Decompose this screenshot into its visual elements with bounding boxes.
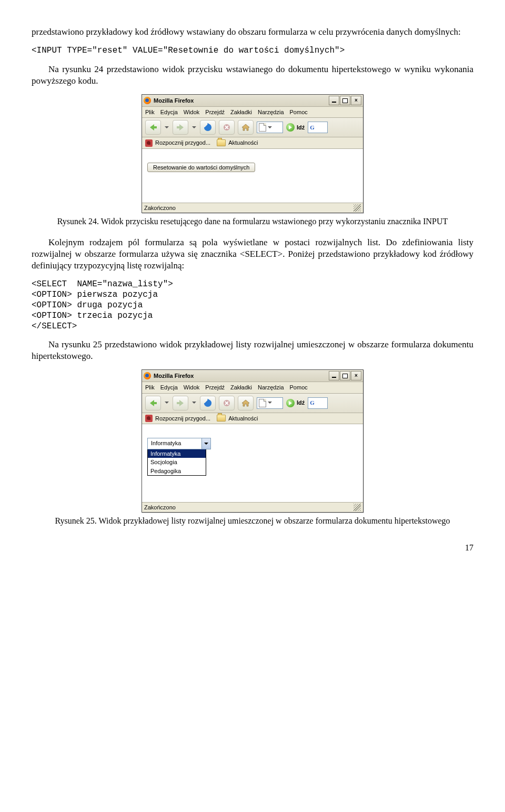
back-arrow-icon [149,399,157,407]
search-box[interactable]: G [308,122,328,133]
firefox-logo-icon [144,372,151,379]
menu-item-edycja[interactable]: Edycja [160,108,178,116]
select-option[interactable]: Socjologia [148,458,206,466]
figure-24-caption: Rysunek 24. Widok przycisku resetującego… [32,216,473,227]
select-option[interactable]: Pedagogika [148,467,206,475]
forward-history-dropdown[interactable] [191,121,197,134]
menu-item-widok[interactable]: Widok [184,108,200,116]
forward-button[interactable] [173,120,188,135]
window-titlebar: Mozilla Firefox × [142,95,363,107]
resize-grip-icon[interactable] [354,204,361,212]
window-title: Mozilla Firefox [154,372,194,379]
forward-history-dropdown[interactable] [191,396,197,410]
window-maximize-button[interactable] [340,96,350,105]
forward-button[interactable] [173,396,188,410]
folder-icon [217,139,226,146]
back-history-dropdown[interactable] [164,396,169,410]
bookmark-rozpocznij[interactable]: Rozpocznij przygod... [145,139,210,146]
bookmarks-toolbar: Rozpocznij przygod... Aktualności [142,137,363,148]
mozilla-icon [145,415,153,422]
select-listbox[interactable]: Informatyka Socjologia Pedagogika [147,449,206,476]
reload-button[interactable] [200,396,216,410]
paragraph: Na rysunku 25 przedstawiono widok przykł… [32,339,473,362]
figure-24: Mozilla Firefox × Plik Edycja Widok Prze… [32,94,473,213]
back-button[interactable] [145,396,161,410]
folder-icon [217,415,226,422]
paragraph: Na rysunku 24 przedstawiono widok przyci… [32,64,473,87]
menu-item-plik[interactable]: Plik [145,384,155,391]
address-dropdown-icon[interactable] [268,400,272,406]
go-icon [286,123,295,132]
menu-item-widok[interactable]: Widok [184,384,200,391]
window-maximize-button[interactable] [340,371,350,380]
bookmark-rozpocznij[interactable]: Rozpocznij przygod... [145,415,210,422]
menu-bar: Plik Edycja Widok Przejdź Zakładki Narzę… [142,107,363,118]
google-g-icon: G [310,399,315,406]
google-g-icon: G [310,124,315,131]
menu-item-narzedzia[interactable]: Narzędzia [258,384,284,391]
forward-arrow-icon [176,124,185,131]
window-close-button[interactable]: × [351,371,361,380]
window-titlebar: Mozilla Firefox × [142,370,363,382]
page-viewport: Resetowanie do wartości domyślnych [142,149,363,203]
status-text: Zakończono [144,504,176,511]
home-button[interactable] [238,120,254,135]
back-arrow-icon [149,124,157,131]
bookmarks-toolbar: Rozpocznij przygod... Aktualności [142,413,363,424]
status-bar: Zakończono [142,203,363,213]
menu-item-przejdz[interactable]: Przejdź [205,108,225,116]
window-minimize-button[interactable] [329,96,339,105]
back-button[interactable] [145,120,161,135]
code-sample: <SELECT NAME="nazwa_listy"> <OPTION> pie… [32,279,473,332]
bookmark-aktualnosci[interactable]: Aktualności [217,415,258,422]
figure-25: Mozilla Firefox × Plik Edycja Widok Prze… [32,369,473,513]
window-title: Mozilla Firefox [154,97,194,104]
search-box[interactable]: G [308,397,328,409]
menu-item-narzedzia[interactable]: Narzędzia [258,108,284,116]
menu-item-zakladki[interactable]: Zakładki [230,108,252,116]
menu-item-pomoc[interactable]: Pomoc [290,108,308,116]
bookmark-aktualnosci[interactable]: Aktualności [217,139,258,146]
reload-button[interactable] [200,120,216,135]
go-label: Idź [297,399,305,406]
toolbar: Idź G [142,118,363,137]
paragraph: Kolejnym rodzajem pól formularza są pola… [32,237,473,272]
forward-arrow-icon [176,399,185,407]
bookmark-label: Rozpocznij przygod... [155,139,210,146]
toolbar: Idź G [142,394,363,413]
home-icon [241,124,250,131]
home-button[interactable] [238,396,254,410]
stop-button[interactable] [219,120,235,135]
chevron-down-icon[interactable] [201,438,210,449]
address-bar[interactable] [257,122,283,133]
page-icon [259,123,266,132]
menu-item-zakladki[interactable]: Zakładki [230,384,252,391]
menu-item-przejdz[interactable]: Przejdź [205,384,225,391]
back-history-dropdown[interactable] [164,121,169,134]
bookmark-label: Rozpocznij przygod... [155,415,210,422]
select-dropdown[interactable]: Informatyka [147,438,211,449]
go-button[interactable]: Idź [286,123,305,132]
address-bar[interactable] [257,397,283,409]
resize-grip-icon[interactable] [354,504,361,511]
go-button[interactable]: Idź [286,399,305,407]
go-icon [286,399,295,407]
reset-button[interactable]: Resetowanie do wartości domyślnych [147,163,255,172]
select-option[interactable]: Informatyka [148,449,206,458]
bookmark-label: Aktualności [228,139,258,146]
select-value: Informatyka [148,438,201,449]
window-minimize-button[interactable] [329,371,339,380]
firefox-window: Mozilla Firefox × Plik Edycja Widok Prze… [142,369,363,513]
reload-icon [204,399,212,407]
menu-item-edycja[interactable]: Edycja [160,384,178,391]
stop-button[interactable] [219,396,235,410]
reload-icon [204,123,212,132]
go-label: Idź [297,124,305,131]
window-close-button[interactable]: × [351,96,361,105]
menu-item-pomoc[interactable]: Pomoc [290,384,308,391]
stop-icon [223,124,230,131]
menu-item-plik[interactable]: Plik [145,108,155,116]
address-dropdown-icon[interactable] [268,125,272,131]
code-sample: <INPUT TYPE="reset" VALUE="Resetownie do… [32,45,473,56]
stop-icon [223,399,230,407]
